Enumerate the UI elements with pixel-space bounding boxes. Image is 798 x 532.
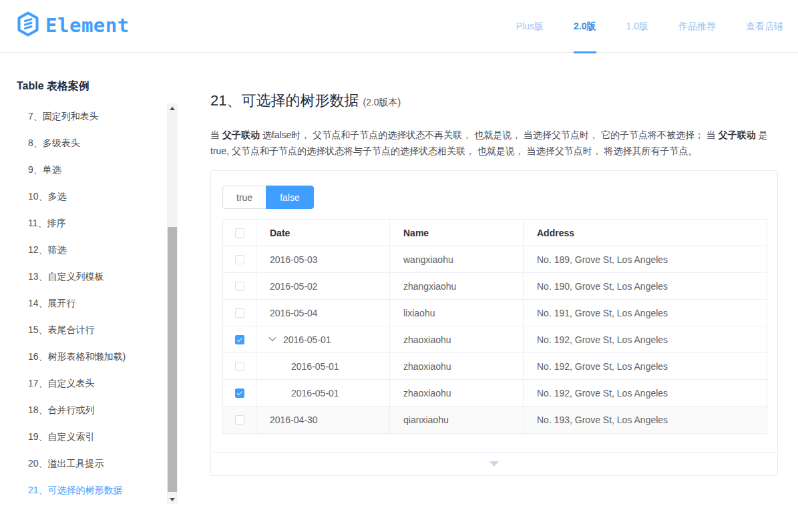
row-select-cell bbox=[223, 300, 256, 326]
table-row: 2016-05-03 wangxiaohu No. 189, Grove St,… bbox=[223, 246, 767, 273]
sidebar-item-17[interactable]: 17、自定义表头 bbox=[17, 370, 164, 397]
address-cell: No. 192, Grove St, Los Angeles bbox=[524, 380, 767, 406]
scrollbar-down-button[interactable] bbox=[167, 495, 178, 504]
address-cell: No. 192, Grove St, Los Angeles bbox=[524, 326, 767, 352]
desc-bold-seg: 父子联动 bbox=[222, 129, 260, 140]
address-cell: No. 189, Grove St, Los Angeles bbox=[524, 246, 767, 272]
table-row: 2016-04-30 qianxiaohu No. 193, Grove St,… bbox=[223, 407, 767, 433]
brand-logo[interactable]: Element bbox=[17, 11, 130, 39]
page-title: 21、可选择的树形数据(2.0版本) bbox=[210, 91, 401, 111]
description-paragraph: 当 父子联动 选false时， 父节点和子节点的选择状态不再关联， 也就是说， … bbox=[210, 127, 779, 159]
row-select-cell bbox=[223, 246, 256, 272]
sidebar-item-20[interactable]: 20、溢出工具提示 bbox=[17, 451, 164, 477]
nav-item-works[interactable]: 作品推荐 bbox=[678, 0, 716, 53]
name-cell: zhaoxiaohu bbox=[390, 326, 524, 352]
date-cell: 2016-05-01 bbox=[256, 326, 390, 352]
row-select-cell bbox=[223, 407, 256, 433]
tree-data-table: Date Name Address 2016-05-03 wangxiaohu … bbox=[222, 219, 767, 434]
sidebar-item-21[interactable]: 21、可选择的树形数据 bbox=[17, 477, 164, 504]
row-select-cell bbox=[223, 380, 256, 406]
toggle-false-button[interactable]: false bbox=[266, 186, 314, 209]
scroll-up-icon bbox=[170, 107, 175, 110]
name-cell: zhaoxiaohu bbox=[390, 380, 524, 406]
sidebar-item-16[interactable]: 16、树形表格和懒加载) bbox=[17, 344, 164, 370]
name-cell: qianxiaohu bbox=[390, 407, 524, 433]
table-row-parent: 2016-05-01 zhaoxiaohu No. 192, Grove St,… bbox=[223, 326, 767, 353]
table-row: 2016-05-04 lixiaohu No. 191, Grove St, L… bbox=[223, 300, 767, 326]
table-row: 2016-05-02 zhangxiaohu No. 190, Grove St… bbox=[223, 273, 767, 300]
scroll-down-icon bbox=[170, 498, 175, 501]
top-header: Element Plus版 2.0版 1.0版 作品推荐 查看店铺 bbox=[0, 0, 798, 53]
sidebar-item-13[interactable]: 13、自定义列模板 bbox=[17, 264, 164, 290]
address-cell: No. 190, Grove St, Los Angeles bbox=[524, 273, 767, 299]
demo-code-collapse-bar[interactable] bbox=[211, 452, 777, 475]
row-checkbox[interactable] bbox=[235, 255, 244, 264]
address-cell: No. 193, Grove St, Los Angeles bbox=[524, 407, 767, 433]
desc-seg: 选false时， 父节点和子节点的选择状态不再关联， 也就是说， 当选择父节点时… bbox=[260, 129, 719, 140]
nav-item-plus[interactable]: Plus版 bbox=[516, 0, 544, 53]
page-title-text: 21、可选择的树形数据 bbox=[210, 92, 359, 109]
sidebar-item-11[interactable]: 11、排序 bbox=[17, 210, 164, 237]
address-cell: No. 191, Grove St, Los Angeles bbox=[524, 300, 767, 326]
date-cell: 2016-05-04 bbox=[256, 300, 390, 326]
row-checkbox[interactable] bbox=[235, 282, 244, 291]
row-checkbox[interactable] bbox=[235, 335, 244, 344]
sidebar-title: Table 表格案例 bbox=[17, 79, 89, 93]
address-cell: No. 192, Grove St, Los Angeles bbox=[524, 353, 767, 379]
date-text: 2016-05-01 bbox=[283, 334, 331, 345]
nav-item-2-0[interactable]: 2.0版 bbox=[574, 0, 596, 53]
date-cell: 2016-05-03 bbox=[256, 246, 390, 272]
name-cell: wangxiaohu bbox=[390, 246, 524, 272]
row-checkbox[interactable] bbox=[235, 308, 244, 318]
date-cell: 2016-05-01 bbox=[256, 353, 390, 379]
column-header-address: Address bbox=[524, 220, 767, 246]
select-all-checkbox[interactable] bbox=[235, 228, 244, 238]
nav-item-1-0[interactable]: 1.0版 bbox=[626, 0, 648, 53]
column-header-date: Date bbox=[256, 220, 390, 246]
date-cell: 2016-05-02 bbox=[256, 273, 390, 299]
toggle-true-button[interactable]: true bbox=[222, 186, 266, 209]
sidebar-item-19[interactable]: 19、自定义索引 bbox=[17, 424, 164, 451]
nav-item-shop[interactable]: 查看店铺 bbox=[746, 0, 783, 53]
date-cell: 2016-04-30 bbox=[256, 407, 390, 433]
sidebar-item-14[interactable]: 14、展开行 bbox=[17, 290, 164, 317]
page: Element Plus版 2.0版 1.0版 作品推荐 查看店铺 Table … bbox=[0, 0, 798, 532]
sidebar-item-7[interactable]: 7、固定列和表头 bbox=[17, 103, 164, 130]
desc-seg: 当 bbox=[210, 129, 222, 140]
name-cell: lixiaohu bbox=[390, 300, 524, 326]
select-all-cell bbox=[223, 220, 256, 246]
element-logo-icon bbox=[17, 11, 39, 39]
caret-down-icon bbox=[489, 461, 499, 467]
row-select-cell bbox=[223, 353, 256, 379]
table-row-child: 2016-05-01 zhaoxiaohu No. 192, Grove St,… bbox=[223, 380, 767, 407]
scrollbar-thumb[interactable] bbox=[168, 227, 177, 492]
top-nav: Plus版 2.0版 1.0版 作品推荐 查看店铺 bbox=[516, 0, 783, 53]
table-row-child: 2016-05-01 zhaoxiaohu No. 192, Grove St,… bbox=[223, 353, 767, 380]
sidebar-scrollbar[interactable] bbox=[167, 103, 178, 504]
row-checkbox[interactable] bbox=[235, 362, 244, 371]
desc-bold-seg: 父子联动 bbox=[719, 129, 756, 140]
brand-name: Element bbox=[45, 14, 130, 37]
sidebar-item-12[interactable]: 12、筛选 bbox=[17, 237, 164, 264]
expand-arrow-icon[interactable] bbox=[268, 334, 276, 341]
demo-block: true false Date Name Address 2016-05-03 … bbox=[210, 170, 778, 476]
scrollbar-up-button[interactable] bbox=[167, 103, 178, 113]
page-title-version: (2.0版本) bbox=[363, 97, 401, 107]
sidebar-item-8[interactable]: 8、多级表头 bbox=[17, 130, 164, 157]
sidebar-item-10[interactable]: 10、多选 bbox=[17, 184, 164, 210]
column-header-name: Name bbox=[390, 220, 524, 246]
row-checkbox[interactable] bbox=[235, 415, 244, 425]
sidebar-menu: 7、固定列和表头 8、多级表头 9、单选 10、多选 11、排序 12、筛选 1… bbox=[17, 103, 164, 504]
row-select-cell bbox=[223, 326, 256, 352]
sidebar-item-9[interactable]: 9、单选 bbox=[17, 157, 164, 184]
name-cell: zhangxiaohu bbox=[390, 273, 524, 299]
sidebar-item-18[interactable]: 18、合并行或列 bbox=[17, 397, 164, 424]
sidebar-item-15[interactable]: 15、表尾合计行 bbox=[17, 317, 164, 344]
name-cell: zhaoxiaohu bbox=[390, 353, 524, 379]
linkage-toggle-group: true false bbox=[222, 186, 314, 209]
row-checkbox[interactable] bbox=[235, 388, 244, 398]
table-header-row: Date Name Address bbox=[223, 220, 767, 246]
row-select-cell bbox=[223, 273, 256, 299]
date-cell: 2016-05-01 bbox=[256, 380, 390, 406]
